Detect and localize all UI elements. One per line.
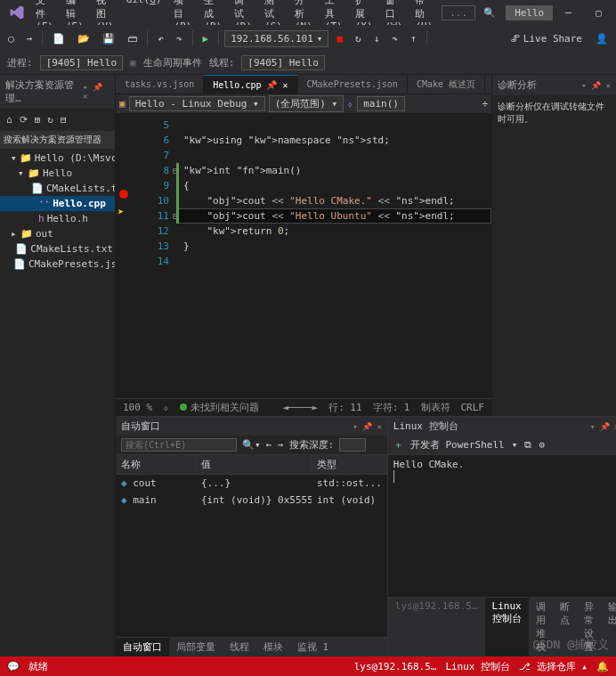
tree-item[interactable]: ▸📁 out	[0, 226, 115, 241]
autos-table[interactable]: ◈ cout{...}std::ost...◈ main{int (void)}…	[116, 475, 387, 637]
live-share-button[interactable]: 🖇 Live Share	[505, 30, 588, 47]
tree-item[interactable]: ⁺⁺ Hello.cpp	[0, 196, 115, 211]
console-header: Linux 控制台▾ 📌 ✕	[388, 417, 616, 436]
sync-icon[interactable]: ⟳	[17, 112, 30, 127]
code-editor[interactable]: ➤ 567891011121314 "kw">using "kw">namesp…	[116, 114, 491, 398]
home-icon[interactable]: ⌂	[4, 112, 15, 127]
tree-item[interactable]: h Hello.h	[0, 211, 115, 226]
search-section-label: 搜索解决方案资源管理器	[0, 131, 115, 149]
collapse-icon[interactable]: ⊟	[58, 112, 69, 127]
autos-tab[interactable]: 线程	[223, 638, 256, 656]
nav-fwd-icon[interactable]: →	[22, 30, 37, 47]
main-toolbar: ◯ → 📄 📂 💾 🗃 ↶ ↷ ▶ 192.168.56.101 ▾ ■ ↻ ↓…	[0, 25, 616, 52]
lifecycle-label: 生命周期事件	[143, 56, 202, 69]
diagnostics-text: 诊断分析仅在调试转储文件时可用。	[492, 95, 616, 131]
autos-tab[interactable]: 自动窗口	[116, 638, 169, 656]
statusbar: 💬 就绪 lys@192.168.5… Linux 控制台 ⎇ 选择仓库 ▴ 🔔	[0, 656, 616, 676]
editor-tab[interactable]: CMake 概述页	[408, 75, 485, 94]
redo-icon[interactable]: ↷	[172, 30, 187, 47]
process-label: 进程:	[7, 56, 33, 69]
split-icon[interactable]: ÷	[482, 98, 488, 110]
view-icon[interactable]: ⊞	[32, 112, 44, 127]
step-out-icon[interactable]: ↑	[406, 30, 421, 47]
maximize-button[interactable]: ▢	[583, 0, 613, 25]
add-console-icon[interactable]: ＋	[393, 438, 403, 452]
autos-tab[interactable]: 局部变量	[169, 638, 223, 656]
lower-tab[interactable]: 输出	[601, 598, 616, 656]
editor-tab[interactable]: CMakePresets.json	[298, 75, 408, 94]
open-icon[interactable]: 📂	[73, 30, 94, 47]
console-tab[interactable]: Linux 控制台	[485, 598, 529, 656]
autos-search-input[interactable]	[121, 438, 237, 452]
debug-toolbar: 进程: [9405] Hello ▣ 生命周期事件 线程: [9405] Hel…	[0, 52, 616, 75]
config-dropdown[interactable]: Hello - Linux Debug ▾	[129, 96, 265, 111]
save-icon[interactable]: 💾	[98, 30, 119, 47]
lower-tab[interactable]: 调用堆栈	[529, 598, 553, 656]
autos-header: 自动窗口▾ 📌 ✕	[116, 417, 387, 436]
diagnostics-header: 诊断分析▾ 📌 ✕	[492, 75, 616, 95]
tree-item[interactable]: 📄 CMakeLists.t	[0, 181, 115, 196]
restart-icon[interactable]: ↻	[351, 30, 366, 47]
step-over-icon[interactable]: ↷	[387, 30, 402, 47]
thread-dropdown[interactable]: [9405] Hello	[241, 55, 324, 70]
save-all-icon[interactable]: 🗃	[123, 30, 142, 47]
undo-icon[interactable]: ↶	[153, 30, 168, 47]
step-into-icon[interactable]: ↓	[369, 30, 385, 47]
lower-tab[interactable]: 断点	[553, 598, 577, 656]
vs-logo-icon	[9, 4, 25, 20]
tree-item[interactable]: 📄 CMakeLists.txt	[0, 241, 115, 257]
tree-item[interactable]: ▾📁 Hello (D:\MsvcLinu	[0, 151, 115, 166]
scope-dropdown[interactable]: (全局范围) ▾	[269, 95, 344, 112]
refresh-icon[interactable]: ↻	[45, 112, 56, 127]
solution-name-badge: Hello	[506, 5, 553, 20]
lower-tab[interactable]: 异常设置	[577, 598, 601, 656]
target-ip-dropdown[interactable]: 192.168.56.101 ▾	[224, 30, 328, 47]
thread-label: 线程:	[209, 56, 235, 69]
stop-icon[interactable]: ■	[332, 30, 347, 47]
function-dropdown[interactable]: main()	[357, 96, 405, 111]
notifications-icon[interactable]: 🔔	[596, 661, 609, 672]
autos-tab[interactable]: 模块	[256, 638, 290, 656]
tree-item[interactable]: ▾📁 Hello	[0, 166, 115, 181]
editor-statusbar: 100 % ⬨ 未找到相关问题 ◄────► 行: 11 字符: 1 制表符 C…	[116, 398, 491, 416]
editor-tab[interactable]: tasks.vs.json	[116, 75, 204, 94]
solution-tree: ▾📁 Hello (D:\MsvcLinu▾📁 Hello📄 CMakeList…	[0, 149, 115, 656]
minimize-button[interactable]: ─	[553, 0, 583, 25]
search-icon[interactable]: 🔍	[479, 4, 500, 21]
settings-icon[interactable]: ⚙	[539, 439, 545, 451]
feedback-icon[interactable]: 💬	[7, 661, 20, 672]
autos-tab[interactable]: 监视 1	[290, 638, 336, 656]
table-row[interactable]: ◈ main{int (void)} 0x5555555551a...int (…	[116, 492, 387, 509]
search-depth-input[interactable]	[339, 438, 366, 452]
search-go-icon[interactable]: 🔍▾	[242, 439, 261, 451]
editor-tabs: tasks.vs.jsonHello.cpp 📌 ✕CMakePresets.j…	[116, 75, 491, 94]
continue-button[interactable]: ▶	[199, 30, 214, 47]
nav-back-icon[interactable]: ◯	[4, 30, 19, 47]
solution-explorer-header: 解决方案资源管理…▾ 📌 ✕	[0, 75, 115, 109]
tree-item[interactable]: 📄 CMakePresets.js	[0, 257, 115, 272]
new-icon[interactable]: 📄	[48, 30, 69, 47]
process-dropdown[interactable]: [9405] Hello	[40, 55, 123, 70]
table-row[interactable]: ◈ cout{...}std::ost...	[116, 475, 387, 492]
account-icon[interactable]: 👤	[591, 30, 612, 47]
search-nav[interactable]: ...	[442, 5, 475, 20]
console-output[interactable]: Hello CMake.	[388, 455, 616, 597]
editor-tab[interactable]: Hello.cpp 📌 ✕	[204, 75, 297, 94]
copy-icon[interactable]: ⧉	[524, 439, 531, 451]
